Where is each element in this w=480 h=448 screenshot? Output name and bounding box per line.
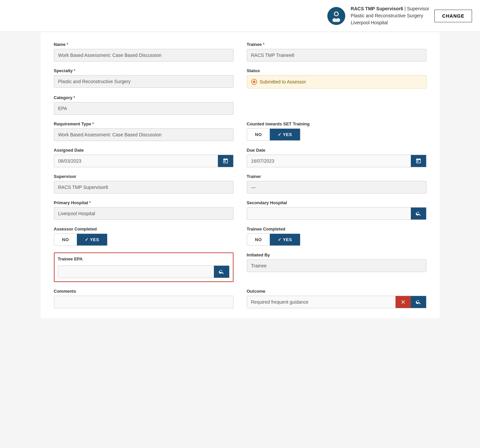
requirement-type-label: Requirement Type* bbox=[54, 121, 234, 126]
status-group: Status Submitted to Assessor bbox=[247, 68, 426, 88]
trainee-group: Trainee* bbox=[247, 42, 426, 62]
assigned-date-wrapper bbox=[54, 155, 234, 167]
category-input[interactable] bbox=[54, 102, 234, 115]
user-name-role: RACS TMP Supervisor6 | Supervisor bbox=[351, 5, 429, 12]
search-icon bbox=[219, 269, 225, 275]
supervisor-input[interactable] bbox=[54, 181, 234, 194]
assessor-completed-label: Assessor Completed bbox=[54, 226, 234, 231]
due-date-group: Due Date bbox=[247, 148, 426, 167]
trainer-label: Trainer bbox=[247, 174, 426, 179]
counted-no-button[interactable]: NO bbox=[247, 129, 270, 140]
status-label: Status bbox=[247, 68, 426, 73]
primary-hospital-group: Primary Hospital* bbox=[54, 200, 234, 220]
assigned-date-picker-button[interactable] bbox=[218, 155, 233, 167]
category-group: Category* bbox=[54, 95, 234, 115]
specialty-group: Specialty* bbox=[54, 68, 234, 88]
counted-yes-button[interactable]: ✓ YES bbox=[270, 129, 300, 140]
assessor-no-button[interactable]: NO bbox=[54, 234, 77, 245]
initiated-by-input[interactable] bbox=[247, 259, 426, 272]
assessor-completed-toggle: NO ✓ YES bbox=[54, 233, 107, 246]
calendar-icon bbox=[415, 158, 421, 164]
trainee-epa-wrapper bbox=[58, 265, 230, 278]
name-input[interactable] bbox=[54, 49, 234, 62]
trainer-group: Trainer bbox=[247, 174, 426, 194]
outcome-group: Outcome bbox=[247, 289, 426, 308]
form-grid: Name* Trainee* Specialty* Status Submitt… bbox=[54, 42, 426, 308]
trainee-epa-search-button[interactable] bbox=[214, 266, 229, 278]
user-info: RACS TMP Supervisor6 | Supervisor Plasti… bbox=[351, 5, 429, 26]
secondary-hospital-search-button[interactable] bbox=[411, 208, 426, 220]
trainee-completed-no-button[interactable]: NO bbox=[247, 234, 270, 245]
secondary-hospital-input[interactable] bbox=[247, 208, 411, 220]
due-date-label: Due Date bbox=[247, 148, 426, 153]
status-display: Submitted to Assessor bbox=[247, 75, 426, 88]
assigned-date-label: Assigned Date bbox=[54, 148, 234, 153]
user-name: RACS TMP Supervisor6 bbox=[351, 6, 403, 11]
search-icon bbox=[415, 211, 421, 217]
assigned-date-input[interactable] bbox=[54, 155, 218, 167]
requirement-type-input[interactable] bbox=[54, 128, 234, 141]
trainee-epa-group: Trainee EPA bbox=[54, 252, 234, 282]
trainee-completed-toggle: NO ✓ YES bbox=[247, 233, 300, 246]
assessor-completed-group: Assessor Completed NO ✓ YES bbox=[54, 226, 234, 246]
outcome-wrapper bbox=[247, 296, 426, 308]
counted-set-group: Counted towards SET Training NO ✓ YES bbox=[247, 121, 426, 141]
assessor-yes-button[interactable]: ✓ YES bbox=[77, 234, 107, 245]
trainee-epa-input[interactable] bbox=[58, 266, 214, 278]
name-group: Name* bbox=[54, 42, 234, 62]
calendar-icon bbox=[223, 158, 229, 164]
specialty-label: Specialty* bbox=[54, 68, 234, 73]
empty-cell-1 bbox=[247, 95, 426, 115]
trainee-input[interactable] bbox=[247, 49, 426, 62]
status-icon bbox=[251, 79, 257, 85]
trainer-input[interactable] bbox=[247, 181, 426, 194]
primary-hospital-label: Primary Hospital* bbox=[54, 200, 234, 205]
close-icon bbox=[400, 299, 406, 305]
secondary-hospital-wrapper bbox=[247, 207, 426, 220]
comments-group: Comments bbox=[54, 289, 234, 308]
search-icon bbox=[415, 299, 421, 305]
status-value: Submitted to Assessor bbox=[260, 79, 306, 84]
due-date-wrapper bbox=[247, 155, 426, 167]
trainee-completed-label: Trainee Completed bbox=[247, 226, 426, 231]
outcome-label: Outcome bbox=[247, 289, 426, 294]
category-label: Category* bbox=[54, 95, 234, 100]
initiated-by-label: Initiated By bbox=[247, 252, 426, 257]
trainee-label: Trainee* bbox=[247, 42, 426, 47]
initiated-by-group: Initiated By bbox=[247, 252, 426, 282]
due-date-input[interactable] bbox=[247, 155, 411, 167]
comments-label: Comments bbox=[54, 289, 234, 294]
secondary-hospital-label: Secondary Hospital bbox=[247, 200, 426, 205]
assigned-date-group: Assigned Date bbox=[54, 148, 234, 167]
form-container: Name* Trainee* Specialty* Status Submitt… bbox=[41, 32, 440, 318]
comments-input[interactable] bbox=[54, 296, 234, 308]
requirement-type-group: Requirement Type* bbox=[54, 121, 234, 141]
trainee-completed-yes-button[interactable]: ✓ YES bbox=[270, 234, 300, 245]
name-label: Name* bbox=[54, 42, 234, 47]
outcome-input[interactable] bbox=[247, 296, 396, 308]
outcome-clear-button[interactable] bbox=[396, 296, 411, 308]
header: RACS TMP Supervisor6 | Supervisor Plasti… bbox=[0, 0, 480, 32]
user-role: Supervisor bbox=[407, 6, 429, 11]
specialty-input[interactable] bbox=[54, 75, 234, 88]
trainee-completed-group: Trainee Completed NO ✓ YES bbox=[247, 226, 426, 246]
svg-point-2 bbox=[335, 12, 338, 15]
user-avatar bbox=[327, 7, 345, 25]
change-button[interactable]: CHANGE bbox=[434, 10, 472, 22]
counted-set-label: Counted towards SET Training bbox=[247, 121, 426, 126]
supervisor-label: Supervisor bbox=[54, 174, 234, 179]
user-hospital: Liverpool Hospital bbox=[351, 19, 429, 26]
user-specialty: Plastic and Reconstructive Surgery bbox=[351, 12, 429, 19]
counted-set-toggle: NO ✓ YES bbox=[247, 128, 300, 141]
outcome-search-button[interactable] bbox=[411, 296, 426, 308]
due-date-picker-button[interactable] bbox=[411, 155, 426, 167]
primary-hospital-input[interactable] bbox=[54, 207, 234, 220]
svg-rect-3 bbox=[335, 16, 338, 18]
secondary-hospital-group: Secondary Hospital bbox=[247, 200, 426, 220]
trainee-epa-label: Trainee EPA bbox=[58, 256, 230, 261]
supervisor-group: Supervisor bbox=[54, 174, 234, 194]
